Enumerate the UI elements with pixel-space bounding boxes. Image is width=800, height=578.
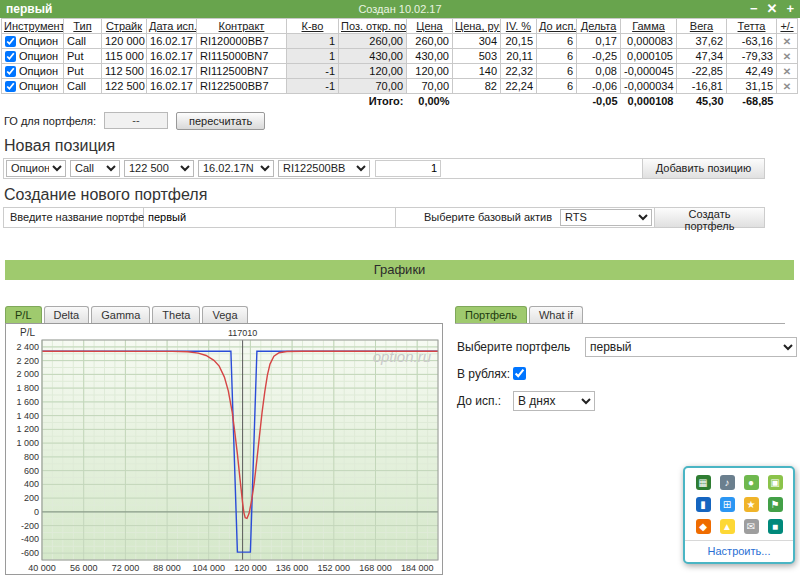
position-checkbox[interactable] <box>5 51 16 62</box>
created-date: Создан 10.02.17 <box>0 3 800 15</box>
close-icon[interactable]: ✕ <box>783 66 791 77</box>
create-portfolio-heading: Создание нового портфеля <box>4 186 800 204</box>
close-icon[interactable]: ✕ <box>783 81 791 92</box>
close-icon[interactable]: ✕ <box>767 1 778 17</box>
expiry-select[interactable]: 16.02.17N <box>198 160 274 177</box>
delete-position-button[interactable]: ✕ <box>777 64 798 79</box>
totals-label: Итого: <box>339 94 407 109</box>
go-label: ГО для портфеля: <box>4 115 96 127</box>
browser-icon[interactable]: ◆ <box>696 519 711 534</box>
app-grid-icon[interactable]: ▦ <box>696 475 711 490</box>
tab-delta[interactable]: Delta <box>44 306 90 323</box>
pl-chart: 40 00056 00072 00088 000104 000120 00013… <box>6 324 444 574</box>
price-rub-cell: 82 <box>453 79 501 94</box>
col-instrument[interactable]: Инструмент <box>2 19 64 34</box>
rub-checkbox[interactable] <box>513 367 526 380</box>
package-icon[interactable]: ▣ <box>768 475 783 490</box>
portfolio-name-input[interactable] <box>144 208 396 227</box>
quantity-input[interactable] <box>375 160 441 177</box>
svg-text:-200: -200 <box>21 520 39 530</box>
expiry-cell: 16.02.17 <box>147 49 197 64</box>
network-icon[interactable]: ■ <box>768 519 783 534</box>
delete-position-button[interactable]: ✕ <box>777 34 798 49</box>
days-label: До исп.: <box>457 394 513 408</box>
expiry-cell: 16.02.17 <box>147 64 197 79</box>
tab-what-if[interactable]: What if <box>529 306 583 323</box>
col-days[interactable]: До исп. <box>537 19 577 34</box>
create-portfolio-row: Введите название портфеля Выберите базов… <box>3 207 765 228</box>
col-contract[interactable]: Контракт <box>197 19 287 34</box>
close-icon[interactable]: ✕ <box>783 36 791 47</box>
col-type[interactable]: Тип <box>64 19 102 34</box>
recalculate-button[interactable]: пересчитать <box>176 112 265 130</box>
tab-p-l[interactable]: P/L <box>5 306 42 323</box>
tab-портфель[interactable]: Портфель <box>455 306 527 323</box>
strike-cell: 112 500 <box>102 64 147 79</box>
svg-text:1 400: 1 400 <box>16 410 39 420</box>
gamma-cell: 0,000105 <box>621 49 677 64</box>
iv-cell: 20,15 <box>501 34 537 49</box>
add-icon[interactable]: + <box>786 1 794 17</box>
vega-cell: -16,81 <box>677 79 727 94</box>
volume-icon[interactable]: ♪ <box>720 475 735 490</box>
totals-row: Итого: 0,00% -0,05 0,000108 45,30 -68,85 <box>2 94 798 109</box>
days-cell: 6 <box>537 64 577 79</box>
qty-cell: -1 <box>287 79 339 94</box>
option-type-select[interactable]: Call <box>70 160 120 177</box>
portfolio-app: первый Создан 10.02.17 − ✕ + Инструмент … <box>0 0 800 578</box>
contract-select[interactable]: RI122500BB <box>278 160 370 177</box>
portfolio-select[interactable]: первый <box>585 337 797 357</box>
days-cell: 6 <box>537 49 577 64</box>
col-strike[interactable]: Страйк <box>102 19 147 34</box>
col-delta[interactable]: Дельта <box>577 19 621 34</box>
totals-vega: 45,30 <box>677 94 727 109</box>
stats-icon[interactable]: ▮ <box>696 497 711 512</box>
position-checkbox[interactable] <box>5 66 16 77</box>
col-theta[interactable]: Тетта <box>727 19 777 34</box>
delete-position-button[interactable]: ✕ <box>777 49 798 64</box>
position-checkbox[interactable] <box>5 81 16 92</box>
svg-text:184 000: 184 000 <box>401 563 434 573</box>
days-select[interactable]: В днях <box>513 391 595 411</box>
col-qty[interactable]: К-во <box>287 19 339 34</box>
leaf-icon[interactable]: ● <box>744 475 759 490</box>
strike-select[interactable]: 122 500 <box>124 160 194 177</box>
minimize-icon[interactable]: − <box>750 1 758 17</box>
instrument-cell: Опцион <box>2 64 64 79</box>
create-portfolio-button[interactable]: Создать портфель <box>654 208 764 227</box>
mail-icon[interactable]: ✉ <box>744 519 759 534</box>
col-price[interactable]: Цена <box>407 19 453 34</box>
svg-text:1 000: 1 000 <box>16 438 39 448</box>
close-icon[interactable]: ✕ <box>783 51 791 62</box>
col-expiry[interactable]: Дата исп. <box>147 19 197 34</box>
position-checkbox[interactable] <box>5 36 16 47</box>
delete-position-button[interactable]: ✕ <box>777 79 798 94</box>
tray-configure-link[interactable]: Настроить... <box>691 541 787 562</box>
add-position-button[interactable]: Добавить позицию <box>642 159 764 178</box>
col-pos-open[interactable]: Поз. откр. по <box>339 19 407 34</box>
col-price-rub[interactable]: Цена, руб. <box>453 19 501 34</box>
col-iv[interactable]: IV. % <box>501 19 537 34</box>
price-cell: 70,00 <box>407 79 453 94</box>
base-asset-select[interactable]: RTS <box>560 209 652 226</box>
svg-text:117010: 117010 <box>228 328 257 338</box>
col-delete[interactable]: +/- <box>777 19 798 34</box>
tab-theta[interactable]: Theta <box>152 306 200 323</box>
instrument-label: Опцион <box>19 80 58 92</box>
shield-icon[interactable]: ★ <box>744 497 759 512</box>
col-gamma[interactable]: Гамма <box>621 19 677 34</box>
col-vega[interactable]: Вега <box>677 19 727 34</box>
flag-icon[interactable]: ⚑ <box>768 497 783 512</box>
new-position-row: Опцион Call 122 500 16.02.17N RI122500BB… <box>3 158 765 179</box>
select-portfolio-label: Выберите портфель <box>457 340 585 354</box>
lock-icon[interactable]: ▲ <box>720 519 735 534</box>
qty-cell: 1 <box>287 49 339 64</box>
tab-vega[interactable]: Vega <box>202 306 247 323</box>
window-icon[interactable]: ⊞ <box>720 497 735 512</box>
svg-text:56 000: 56 000 <box>70 563 98 573</box>
tab-gamma[interactable]: Gamma <box>91 306 150 323</box>
price-cell: 120,00 <box>407 64 453 79</box>
instrument-select[interactable]: Опцион <box>6 160 66 177</box>
qty-cell: 1 <box>287 34 339 49</box>
tray-icon-grid: ▦♪●▣▮⊞★⚑◆▲✉■ <box>691 475 787 534</box>
